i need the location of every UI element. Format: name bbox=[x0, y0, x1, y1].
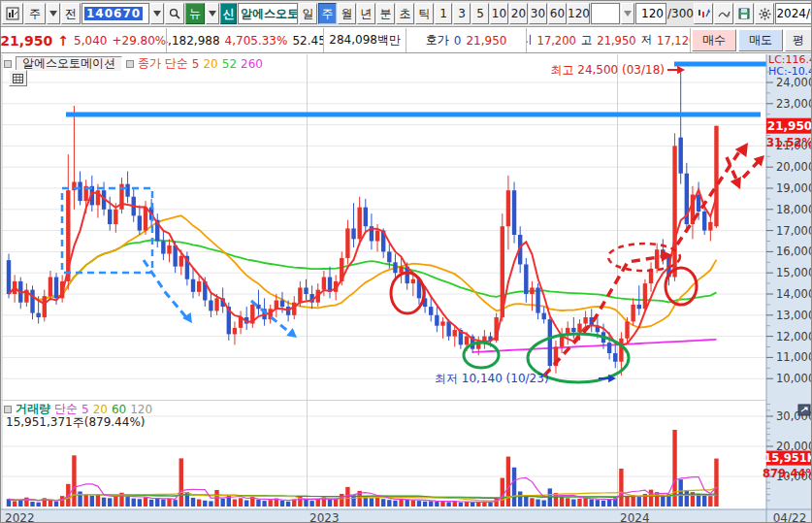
volume-bar bbox=[161, 500, 165, 507]
change-percent-label: 31.52% bbox=[766, 136, 812, 149]
interval-combo-dropdown[interactable] bbox=[621, 3, 634, 24]
candle-body bbox=[446, 321, 450, 336]
candle-body bbox=[298, 287, 302, 302]
news-dropdown[interactable] bbox=[206, 3, 219, 24]
interval-combo[interactable] bbox=[591, 3, 620, 24]
hoga-price: 21,950 bbox=[466, 34, 506, 48]
volume-bar bbox=[36, 503, 40, 507]
candle-body bbox=[583, 317, 587, 324]
volume-bar bbox=[560, 497, 564, 507]
period-month-button[interactable]: 월 bbox=[338, 3, 356, 24]
interval-10-button[interactable]: 10 bbox=[490, 3, 508, 24]
candle-body bbox=[542, 313, 546, 320]
price-axis-label: 10,000 bbox=[776, 372, 812, 385]
volume-bar bbox=[423, 502, 427, 507]
period-week-button[interactable]: 주 bbox=[318, 3, 337, 24]
candle-body bbox=[351, 228, 355, 239]
stock-name-legend[interactable]: 알에스오토메이션 bbox=[16, 56, 122, 72]
candle-body bbox=[672, 146, 676, 277]
avg-button[interactable]: 평 bbox=[785, 29, 812, 51]
period-minute-button[interactable]: 분 bbox=[376, 3, 395, 24]
candle-body bbox=[631, 305, 634, 321]
date-input[interactable]: 2024/04/22 bbox=[775, 3, 812, 24]
turnover-pct: 52.45% bbox=[292, 34, 324, 48]
volume-bar bbox=[90, 496, 94, 507]
candle-body bbox=[125, 184, 129, 197]
compare-chart-icon[interactable] bbox=[694, 3, 713, 24]
interval-30-button[interactable]: 30 bbox=[529, 3, 547, 24]
volume-bar bbox=[446, 502, 450, 507]
stock-code-dropdown[interactable] bbox=[150, 3, 164, 24]
candle-body bbox=[214, 298, 218, 311]
volume-bar bbox=[566, 498, 569, 507]
sell-button[interactable]: 매도 bbox=[738, 29, 783, 51]
candle-body bbox=[43, 296, 47, 317]
volume-bar bbox=[173, 500, 177, 507]
period-tick-button[interactable]: 틱 bbox=[415, 3, 434, 24]
search-icon[interactable] bbox=[165, 3, 184, 24]
bar-count-input[interactable]: 120 bbox=[635, 3, 666, 24]
volume-bar bbox=[506, 457, 510, 507]
price-axis-label: 23,000 bbox=[776, 97, 812, 111]
interval-1-button[interactable]: 1 bbox=[435, 3, 452, 24]
volume-bar bbox=[138, 499, 142, 507]
volume-bar bbox=[316, 500, 320, 507]
settings-gear-icon[interactable] bbox=[755, 3, 774, 24]
volume-bar bbox=[340, 494, 343, 507]
chart-window-icon[interactable] bbox=[2, 3, 23, 24]
candle-body bbox=[209, 301, 212, 311]
volume-bar bbox=[30, 502, 34, 507]
stock-code-input[interactable]: 140670 bbox=[81, 3, 149, 24]
volume-bar bbox=[435, 502, 438, 507]
shin-badge: 신 bbox=[220, 3, 237, 24]
high-value: 21,950 bbox=[597, 34, 635, 48]
volume-value: 14,182,988 bbox=[167, 34, 220, 48]
candle-body bbox=[197, 281, 201, 292]
period-second-button[interactable]: 초 bbox=[396, 3, 414, 24]
interval-20-button[interactable]: 20 bbox=[509, 3, 528, 24]
candle-body bbox=[191, 279, 195, 292]
chart-canvas[interactable]: 최고 24,500 (03/18)최저 10,140 (10/23)LC:116… bbox=[1, 54, 812, 523]
price-axis-label: 14,000 bbox=[776, 287, 812, 301]
draw-tool-icon[interactable] bbox=[714, 3, 733, 24]
save-icon[interactable] bbox=[734, 3, 754, 24]
ma20-label: 20 bbox=[203, 57, 217, 71]
prev-button[interactable]: 전 bbox=[61, 3, 81, 24]
year-label: 2023 bbox=[309, 511, 340, 523]
news-button[interactable]: 뉴 bbox=[185, 3, 205, 24]
period-quick-dropdown[interactable] bbox=[47, 3, 60, 24]
candle-body bbox=[78, 181, 81, 201]
buy-button[interactable]: 매수 bbox=[692, 29, 736, 51]
interval-5-button[interactable]: 5 bbox=[471, 3, 489, 24]
period-quick-button[interactable]: 주 bbox=[24, 3, 46, 24]
candle-body bbox=[345, 228, 349, 258]
volume-bar bbox=[244, 500, 248, 507]
volume-bar bbox=[203, 501, 207, 507]
volume-bar bbox=[149, 500, 153, 507]
volume-bar bbox=[387, 500, 391, 507]
interval-3-button[interactable]: 3 bbox=[453, 3, 471, 24]
candle-body bbox=[292, 303, 296, 315]
volume-bar bbox=[179, 458, 183, 507]
volume-bar bbox=[191, 498, 195, 507]
legend-marker-icon bbox=[4, 60, 12, 68]
candle-body bbox=[357, 208, 361, 240]
volume-bar bbox=[571, 500, 575, 507]
period-day-button[interactable]: 일 bbox=[299, 3, 317, 24]
candle-body bbox=[453, 330, 457, 337]
volume-bar bbox=[114, 496, 117, 507]
volume-bar bbox=[714, 459, 718, 507]
volume-bar bbox=[83, 494, 87, 507]
price-axis-label: 16,000 bbox=[776, 245, 812, 258]
interval-120-button[interactable]: 120 bbox=[568, 3, 590, 24]
interval-60-button[interactable]: 60 bbox=[548, 3, 567, 24]
volume-bar bbox=[256, 500, 260, 507]
price-axis-label: 15,000 bbox=[776, 266, 812, 279]
price-summary-cell: 21,950 ↑ 5,040 +29.80% bbox=[1, 28, 167, 52]
volume-bar bbox=[702, 495, 706, 507]
grid-toggle-button[interactable] bbox=[9, 70, 27, 86]
stock-name-field[interactable]: 알에스오토 bbox=[238, 3, 298, 24]
candle-body bbox=[678, 138, 682, 174]
period-year-button[interactable]: 년 bbox=[357, 3, 375, 24]
candle-body bbox=[108, 210, 112, 224]
